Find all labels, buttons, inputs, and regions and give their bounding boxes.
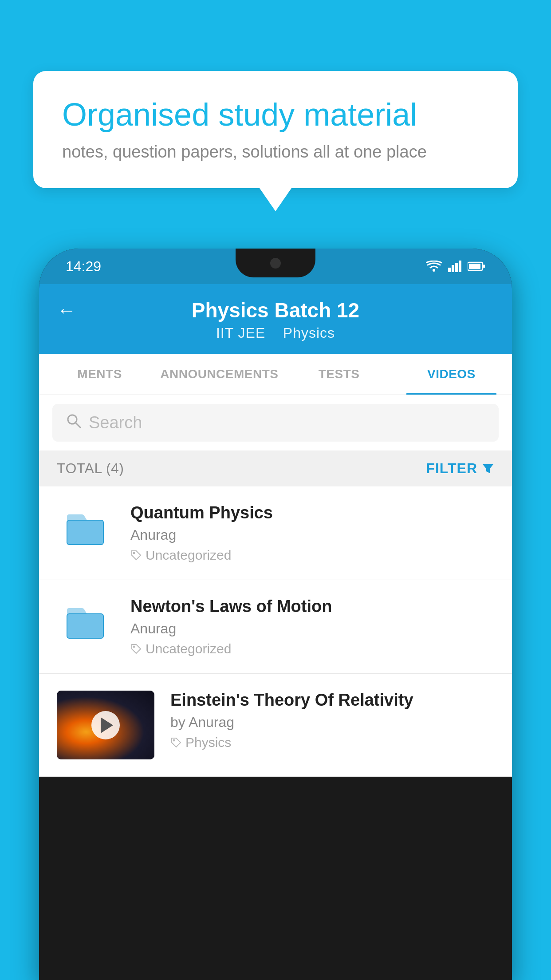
status-time: 14:29 — [66, 258, 101, 275]
svg-point-19 — [173, 739, 175, 742]
video-info-2: Newton's Laws of Motion Anurag Uncategor… — [130, 597, 494, 656]
header-title: Physics Batch 12 — [192, 298, 359, 322]
video-item-3[interactable]: Einstein's Theory Of Relativity by Anura… — [39, 674, 512, 777]
search-bar[interactable]: Search — [52, 404, 499, 442]
tab-videos[interactable]: VIDEOS — [395, 354, 508, 395]
video-tag-1: Uncategorized — [130, 548, 494, 563]
battery-icon — [468, 261, 485, 271]
content-area: Quantum Physics Anurag Uncategorized — [39, 486, 512, 777]
svg-point-18 — [133, 646, 135, 648]
back-button[interactable]: ← — [57, 299, 76, 321]
video-thumb-2 — [57, 597, 114, 646]
video-author-1: Anurag — [130, 527, 494, 543]
svg-rect-16 — [67, 614, 103, 638]
phone-frame: 14:29 — [39, 249, 512, 980]
search-icon — [66, 413, 82, 433]
header-subtitle: IIT JEE Physics — [216, 325, 335, 341]
signal-icon — [448, 261, 461, 272]
svg-rect-7 — [483, 265, 485, 268]
svg-point-14 — [133, 552, 135, 554]
video-title-3: Einstein's Theory Of Relativity — [170, 691, 494, 710]
folder-icon-2 — [65, 601, 107, 641]
status-bar: 14:29 — [39, 249, 512, 284]
tag-icon-3 — [170, 737, 182, 748]
video-info-3: Einstein's Theory Of Relativity by Anura… — [170, 691, 494, 750]
svg-line-9 — [75, 423, 80, 427]
filter-label: FILTER — [426, 460, 477, 477]
tab-announcements[interactable]: ANNOUNCEMENTS — [156, 354, 283, 395]
video-title-2: Newton's Laws of Motion — [130, 597, 494, 616]
play-triangle-icon — [101, 717, 113, 733]
svg-point-0 — [433, 269, 435, 272]
tag-text-2: Uncategorized — [146, 641, 231, 656]
play-button[interactable] — [91, 711, 120, 739]
tag-text-3: Physics — [185, 735, 231, 750]
search-placeholder: Search — [89, 413, 142, 432]
search-container: Search — [39, 395, 512, 450]
app-header: ← Physics Batch 12 IIT JEE Physics — [39, 284, 512, 354]
tag-icon-2 — [130, 643, 142, 655]
bubble-title: Organised study material — [62, 95, 489, 134]
video-title-1: Quantum Physics — [130, 503, 494, 522]
tabs-bar: MENTS ANNOUNCEMENTS TESTS VIDEOS — [39, 354, 512, 395]
bubble-subtitle: notes, question papers, solutions all at… — [62, 142, 489, 162]
einstein-thumbnail — [57, 691, 154, 759]
status-icons — [426, 261, 485, 272]
svg-rect-1 — [448, 268, 451, 272]
filter-icon — [482, 462, 494, 475]
tab-tests[interactable]: TESTS — [283, 354, 395, 395]
svg-rect-3 — [455, 263, 458, 272]
video-tag-3: Physics — [170, 735, 494, 750]
tag-icon-1 — [130, 549, 142, 561]
video-thumb-1 — [57, 503, 114, 552]
svg-rect-2 — [452, 265, 454, 272]
speech-bubble: Organised study material notes, question… — [33, 71, 518, 188]
video-info-1: Quantum Physics Anurag Uncategorized — [130, 503, 494, 563]
video-item-1[interactable]: Quantum Physics Anurag Uncategorized — [39, 486, 512, 580]
video-tag-2: Uncategorized — [130, 641, 494, 656]
phone-inner: 14:29 — [39, 249, 512, 777]
video-item-2[interactable]: Newton's Laws of Motion Anurag Uncategor… — [39, 580, 512, 674]
header-row: ← Physics Batch 12 — [57, 298, 494, 322]
camera-dot — [270, 258, 281, 269]
folder-icon-1 — [65, 508, 107, 548]
svg-rect-12 — [67, 520, 103, 545]
svg-rect-4 — [459, 261, 461, 272]
subtitle-iitjee: IIT JEE — [216, 325, 265, 341]
wifi-icon — [426, 261, 442, 272]
svg-marker-10 — [483, 464, 493, 473]
filter-bar: TOTAL (4) FILTER — [39, 450, 512, 486]
subtitle-physics: Physics — [283, 325, 335, 341]
video-author-3: by Anurag — [170, 714, 494, 731]
video-author-2: Anurag — [130, 620, 494, 637]
tab-ments[interactable]: MENTS — [43, 354, 156, 395]
svg-rect-6 — [469, 264, 480, 269]
total-label: TOTAL (4) — [57, 460, 124, 477]
filter-button[interactable]: FILTER — [426, 460, 494, 477]
notch — [236, 249, 315, 277]
tag-text-1: Uncategorized — [146, 548, 231, 563]
